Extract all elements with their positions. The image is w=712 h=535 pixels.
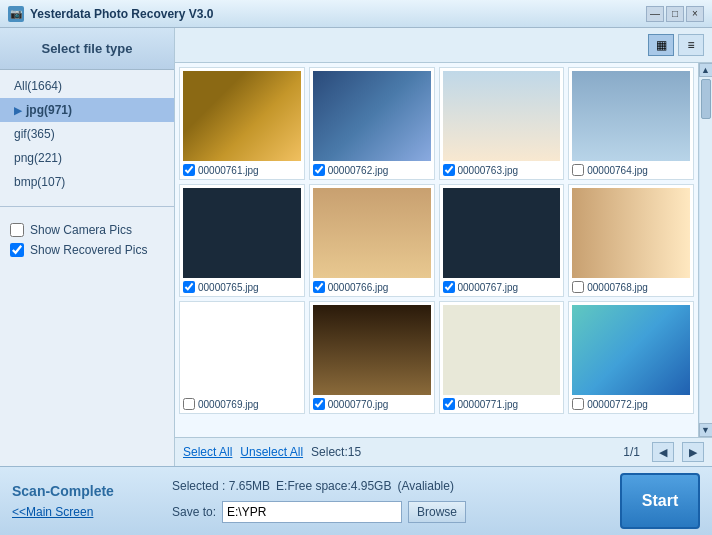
browse-button[interactable]: Browse (408, 501, 466, 523)
svg-rect-51 (452, 341, 550, 344)
svg-point-18 (653, 79, 669, 95)
prev-page-button[interactable]: ◀ (652, 442, 674, 462)
restore-button[interactable]: □ (666, 6, 684, 22)
photo-label-row: 00000769.jpg (183, 398, 301, 410)
photo-thumbnail (313, 71, 431, 161)
photo-checkbox[interactable] (313, 398, 325, 410)
scroll-thumb[interactable] (701, 79, 711, 119)
photo-label-row: 00000766.jpg (313, 281, 431, 293)
svg-point-12 (484, 80, 519, 123)
photo-label-row: 00000772.jpg (572, 398, 690, 410)
sidebar-divider (0, 206, 174, 207)
unselect-all-link[interactable]: Unselect All (240, 445, 303, 459)
show-camera-row[interactable]: Show Camera Pics (10, 223, 164, 237)
list-view-button[interactable]: ≡ (678, 34, 704, 56)
svg-point-16 (614, 82, 647, 121)
photo-filename: 00000766.jpg (328, 282, 389, 293)
photo-checkbox[interactable] (572, 398, 584, 410)
photo-item[interactable]: 00000764.jpg (568, 67, 694, 180)
show-recovered-checkbox[interactable] (10, 243, 24, 257)
filetype-jpg[interactable]: ▶ jpg(971) (0, 98, 174, 122)
grid-view-button[interactable]: ▦ (648, 34, 674, 56)
photo-item[interactable]: 00000772.jpg (568, 301, 694, 414)
photo-label-row: 00000770.jpg (313, 398, 431, 410)
svg-rect-55 (452, 365, 550, 368)
filetype-png-label: png(221) (14, 151, 62, 165)
svg-rect-2 (214, 123, 249, 160)
svg-rect-11 (443, 126, 561, 160)
photo-item[interactable]: 00000770.jpg (309, 301, 435, 414)
minimize-button[interactable]: — (646, 6, 664, 22)
photo-item[interactable]: 00000765.jpg (179, 184, 305, 297)
scan-complete-label: Scan-Complete (12, 483, 172, 499)
svg-rect-4 (252, 126, 281, 160)
svg-rect-14 (572, 72, 690, 160)
svg-rect-30 (447, 243, 496, 272)
photo-checkbox[interactable] (572, 164, 584, 176)
photo-checkbox[interactable] (443, 164, 455, 176)
photo-checkbox[interactable] (313, 281, 325, 293)
photo-filename: 00000765.jpg (198, 282, 259, 293)
scroll-up-button[interactable]: ▲ (699, 63, 713, 77)
save-path-input[interactable] (222, 501, 402, 523)
filetype-gif-label: gif(365) (14, 127, 55, 141)
svg-rect-47 (452, 318, 550, 321)
photo-item[interactable]: 00000767.jpg (439, 184, 565, 297)
photo-item[interactable]: 00000769.jpg (179, 301, 305, 414)
svg-rect-60 (625, 328, 677, 371)
photo-label-row: 00000767.jpg (443, 281, 561, 293)
photo-checkbox[interactable] (572, 281, 584, 293)
svg-point-1 (214, 85, 249, 128)
photo-grid-container[interactable]: 00000761.jpg (175, 63, 698, 437)
photo-filename: 00000762.jpg (328, 165, 389, 176)
photo-item[interactable]: 00000766.jpg (309, 184, 435, 297)
scroll-track[interactable] (700, 77, 712, 423)
svg-point-6 (341, 86, 372, 121)
show-camera-checkbox[interactable] (10, 223, 24, 237)
status-bar: Scan-Complete <<Main Screen Selected : 7… (0, 466, 712, 535)
svg-rect-34 (621, 242, 664, 277)
filetype-gif[interactable]: gif(365) (0, 122, 174, 146)
photo-label-row: 00000763.jpg (443, 164, 561, 176)
photo-checkbox[interactable] (443, 398, 455, 410)
photo-thumbnail (443, 188, 561, 278)
next-page-button[interactable]: ▶ (682, 442, 704, 462)
svg-rect-10 (443, 72, 561, 160)
svg-rect-42 (332, 345, 411, 394)
photo-checkbox[interactable] (183, 164, 195, 176)
filetype-all[interactable]: All(1664) (0, 74, 174, 98)
photo-item[interactable]: 00000771.jpg (439, 301, 565, 414)
photo-item[interactable]: 00000768.jpg (568, 184, 694, 297)
filetype-bmp[interactable]: bmp(107) (0, 170, 174, 194)
select-all-link[interactable]: Select All (183, 445, 232, 459)
filetype-bmp-label: bmp(107) (14, 175, 65, 189)
photo-thumbnail (183, 71, 301, 161)
svg-rect-57 (452, 376, 511, 379)
svg-rect-9 (377, 116, 404, 160)
svg-rect-20 (183, 233, 301, 253)
app-icon: 📷 (8, 6, 24, 22)
photo-item[interactable]: 00000761.jpg (179, 67, 305, 180)
close-button[interactable]: × (686, 6, 704, 22)
scrollbar[interactable]: ▲ ▼ (698, 63, 712, 437)
photo-checkbox[interactable] (443, 281, 455, 293)
window-controls[interactable]: — □ × (646, 6, 704, 22)
photo-checkbox[interactable] (313, 164, 325, 176)
main-screen-link[interactable]: <<Main Screen (12, 505, 172, 519)
photo-item[interactable]: 00000762.jpg (309, 67, 435, 180)
start-button[interactable]: Start (620, 473, 700, 529)
svg-rect-22 (247, 208, 291, 242)
active-arrow-icon: ▶ (14, 105, 22, 116)
show-recovered-row[interactable]: Show Recovered Pics (10, 243, 164, 257)
free-space: E:Free space:4.95GB (276, 479, 391, 493)
photo-checkbox[interactable] (183, 398, 195, 410)
scroll-down-button[interactable]: ▼ (699, 423, 713, 437)
page-info: 1/1 (623, 445, 640, 459)
svg-rect-7 (342, 119, 371, 160)
photo-item[interactable]: 00000763.jpg (439, 67, 565, 180)
filetype-png[interactable]: png(221) (0, 146, 174, 170)
photo-checkbox[interactable] (183, 281, 195, 293)
svg-rect-50 (452, 335, 531, 338)
photo-thumbnail (572, 305, 690, 395)
svg-point-25 (352, 192, 391, 241)
